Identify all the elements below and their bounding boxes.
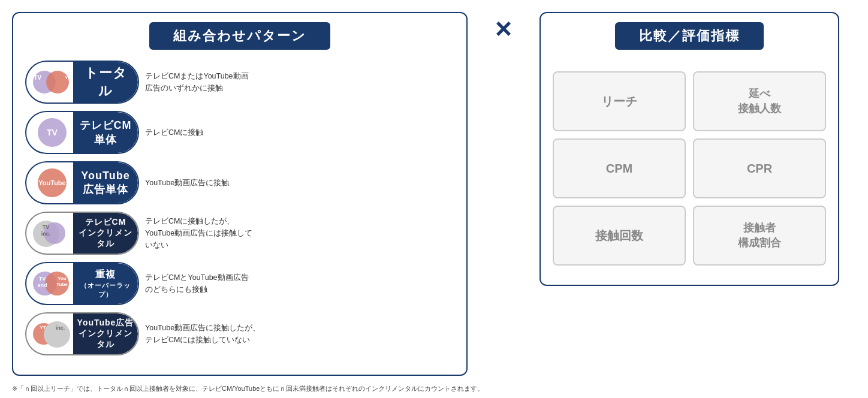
yt-inc-label-r: inc.	[49, 325, 72, 331]
pill-tv-only: TV テレビCM単体	[25, 111, 139, 154]
desc-total: テレビCMまたはYouTube動画 広告のいずれかに接触	[145, 70, 454, 94]
icon-area-youtube-only: YouTube	[31, 162, 73, 203]
icon-area-tv-only: TV	[31, 112, 73, 153]
desc-youtube-incremental: YouTube動画広告に接触したが、 テレビCMには接触していない	[145, 322, 454, 346]
desc-tv-incremental: テレビCMに接触したが、 YouTube動画広告には接触して いない	[145, 215, 454, 251]
pill-youtube-incremental: YT inc. YouTube広告 インクリメンタル	[25, 312, 139, 355]
tvandy-label-l: TVand	[34, 276, 51, 289]
circle-yt	[46, 71, 69, 94]
tv-label: TV	[34, 74, 42, 81]
circles-tv-youtube: TV YT	[33, 68, 72, 96]
icon-area-overlap: TVand YouTube	[31, 263, 73, 304]
pill-youtube-only: YouTube YouTube広告単体	[25, 161, 139, 204]
metric-total-contacts: 延べ 接触人数	[693, 71, 826, 131]
main-container: 組み合わせパターン TV YT トータル テレビCMまたはYouTube動画 広…	[12, 12, 856, 376]
circles-tv-and-yt: TVand YouTube	[33, 270, 72, 297]
desc-overlap: テレビCMとYouTube動画広告 のどちらにも接触	[145, 272, 454, 296]
pill-label-total: トータル	[73, 62, 138, 102]
row-total: TV YT トータル テレビCMまたはYouTube動画 広告のいずれかに接触	[25, 61, 454, 104]
metrics-grid: リーチ 延べ 接触人数 CPM CPR 接触回数 接触者 構成割合	[553, 71, 826, 266]
left-panel-header: 組み合わせパターン	[25, 22, 454, 61]
row-tv-incremental: TVinc. テレビCM インクリメンタル テレビCMに接触したが、 YouTu…	[25, 212, 454, 255]
right-panel: 比較／評価指標 リーチ 延べ 接触人数 CPM CPR 接触回数	[540, 12, 839, 286]
icon-area-total: TV YT	[31, 62, 73, 102]
icon-area-tv-inc: TVinc.	[31, 213, 73, 254]
metric-contact-composition: 接触者 構成割合	[693, 206, 826, 266]
pill-label-overlap: 重複 （オーバーラップ）	[73, 263, 138, 304]
yt-label-total: YT	[65, 75, 71, 80]
pill-label-youtube-only: YouTube広告単体	[73, 162, 138, 203]
metric-contact-count: 接触回数	[553, 206, 686, 266]
right-panel-header: 比較／評価指標	[553, 22, 826, 61]
desc-tv-only: テレビCMに接触	[145, 126, 454, 138]
pill-label-tv-inc: テレビCM インクリメンタル	[73, 213, 138, 254]
pill-total: TV YT トータル	[25, 61, 139, 104]
circles-tv-inc: TVinc.	[33, 219, 72, 247]
row-youtube-incremental: YT inc. YouTube広告 インクリメンタル YouTube動画広告に接…	[25, 312, 454, 355]
row-youtube-only: YouTube YouTube広告単体 YouTube動画広告に接触	[25, 161, 454, 204]
metric-cpr: CPR	[693, 138, 826, 198]
pill-overlap: TVand YouTube 重複 （オーバーラップ）	[25, 262, 139, 305]
left-panel-title: 組み合わせパターン	[149, 22, 330, 50]
left-panel: 組み合わせパターン TV YT トータル テレビCMまたはYouTube動画 広…	[12, 12, 468, 376]
pill-label-tv-only: テレビCM単体	[73, 112, 138, 153]
tvandy-label-r: YouTube	[53, 276, 72, 287]
desc-youtube-only: YouTube動画広告に接触	[145, 177, 454, 189]
row-tv-only: TV テレビCM単体 テレビCMに接触	[25, 111, 454, 154]
circle-yt-only: YouTube	[38, 168, 67, 197]
metric-reach: リーチ	[553, 71, 686, 131]
footer-note: ※「ｎ回以上リーチ」では、トータルｎ回以上接触者を対象に、テレビCM/YouTu…	[12, 384, 856, 393]
row-overlap: TVand YouTube 重複 （オーバーラップ） テレビCMとYouTube…	[25, 262, 454, 305]
metric-cpm: CPM	[553, 138, 686, 198]
pill-label-yt-inc: YouTube広告 インクリメンタル	[73, 313, 138, 354]
circles-yt-inc: YT inc.	[33, 320, 72, 348]
icon-area-yt-inc: YT inc.	[31, 313, 73, 354]
right-panel-title: 比較／評価指標	[615, 22, 764, 50]
circle-tv-only: TV	[38, 118, 67, 147]
pill-tv-incremental: TVinc. テレビCM インクリメンタル	[25, 212, 139, 255]
cross-area: ×	[486, 12, 522, 45]
tv-inc-label: TVinc.	[34, 224, 58, 237]
cross-symbol: ×	[486, 12, 522, 45]
